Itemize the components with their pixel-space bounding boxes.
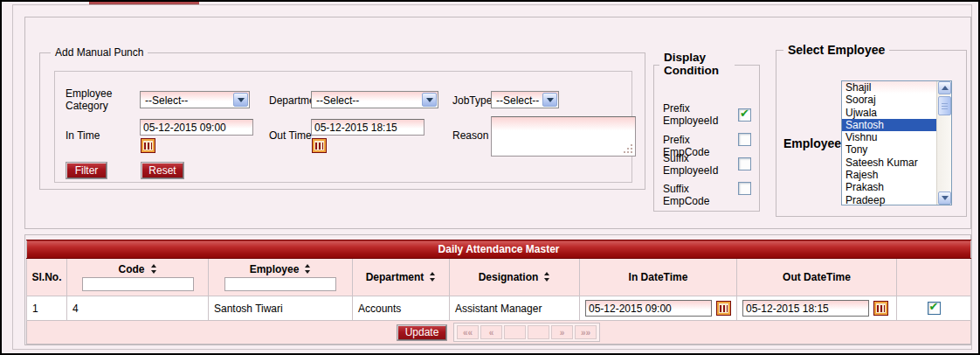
filter-button[interactable]: Filter	[66, 163, 107, 178]
pager-page-button[interactable]	[528, 325, 549, 339]
jobtype-label: JobType	[452, 94, 492, 107]
col-header-in-datetime: In DateTime	[580, 259, 737, 296]
list-item[interactable]: Sooraj	[842, 94, 936, 106]
department-value: --Select--	[316, 94, 359, 107]
list-item[interactable]: Shajil	[842, 81, 936, 94]
reset-button[interactable]: Reset	[141, 163, 183, 178]
cell-code: 4	[67, 296, 209, 321]
cell-select: ✔	[897, 296, 971, 321]
cell-in-datetime	[580, 296, 737, 321]
pager-last-button[interactable]: »»	[575, 325, 597, 339]
list-item-selected[interactable]: Santosh	[842, 119, 936, 131]
row-out-datetime-input[interactable]	[742, 300, 869, 317]
col-header-slno: Sl.No.	[27, 259, 67, 296]
jobtype-value: --Select--	[496, 94, 539, 107]
employee-label: Employee	[783, 136, 841, 150]
list-item[interactable]: Tony	[842, 143, 936, 156]
reason-textarea[interactable]	[491, 116, 636, 157]
grid-panel: Daily Attendance Master Sl.No. Code Empl…	[24, 234, 971, 345]
col-header-employee: Employee	[209, 259, 353, 296]
checkmark-icon: ✔	[929, 300, 939, 313]
scrollbar-thumb[interactable]	[938, 96, 951, 115]
sort-icon[interactable]	[305, 264, 311, 274]
sort-icon[interactable]	[430, 272, 436, 282]
out-time-input[interactable]	[311, 119, 424, 136]
chevron-down-icon[interactable]	[542, 93, 557, 107]
pager-prev-button[interactable]: «	[480, 325, 502, 339]
row-select-checkbox[interactable]: ✔	[928, 302, 941, 315]
employee-category-value: --Select--	[145, 94, 188, 107]
col-header-select	[897, 259, 971, 296]
list-item[interactable]: Vishnu	[842, 131, 936, 143]
list-item[interactable]: Rajesh	[842, 169, 936, 181]
scroll-up-icon[interactable]	[938, 81, 951, 94]
table-row: 1 4 Santosh Tiwari Accounts Assistant Ma…	[27, 296, 971, 321]
select-employee-fieldset: Select Employee Employee Shajil Sooraj U…	[776, 50, 967, 217]
pager-first-button[interactable]: ««	[457, 325, 479, 339]
calendar-icon[interactable]	[312, 138, 327, 153]
cell-out-datetime	[737, 296, 897, 321]
list-item[interactable]: Sateesh Kumar	[842, 157, 936, 169]
chevron-down-icon[interactable]	[422, 93, 437, 107]
update-button[interactable]: Update	[397, 325, 446, 340]
col-header-code: Code	[67, 259, 209, 296]
prefix-employeeid-checkbox[interactable]: ✔	[738, 108, 751, 122]
reason-label: Reason	[452, 129, 488, 142]
department-select[interactable]: --Select--	[311, 91, 438, 108]
scroll-down-icon[interactable]	[938, 191, 951, 205]
pager-next-button[interactable]: »	[551, 325, 573, 339]
employee-listbox[interactable]: Shajil Sooraj Ujwala Santosh Vishnu Tony…	[841, 80, 952, 205]
cell-slno: 1	[27, 296, 67, 321]
calendar-icon[interactable]	[716, 301, 731, 316]
suffix-empcode-checkbox[interactable]: ✔	[738, 182, 751, 195]
in-time-input[interactable]	[140, 119, 253, 136]
prefix-empcode-checkbox[interactable]: ✔	[738, 133, 751, 146]
resize-grip-icon[interactable]	[631, 151, 632, 153]
calendar-icon[interactable]	[141, 138, 155, 153]
sort-icon[interactable]	[151, 264, 157, 274]
listbox-scrollbar[interactable]	[936, 81, 951, 205]
suffix-empcode-label: Suffix EmpCode	[663, 183, 731, 207]
attendance-page: Add Manual Punch Employee Category --Sel…	[0, 0, 980, 355]
code-filter-input[interactable]	[82, 277, 194, 291]
employee-category-select[interactable]: --Select--	[140, 91, 250, 108]
employee-category-label: Employee Category	[66, 87, 140, 112]
pager: «« « » »»	[453, 323, 600, 342]
display-condition-fieldset: Display Condition Prefix EmployeeId ✔ Pr…	[653, 65, 760, 212]
jobtype-select[interactable]: --Select--	[491, 91, 559, 108]
employee-filter-input[interactable]	[224, 277, 336, 291]
prefix-employeeid-label: Prefix EmployeeId	[663, 102, 731, 127]
list-item[interactable]: Prakash	[842, 181, 936, 193]
out-time-label: Out Time	[269, 129, 312, 142]
col-header-out-datetime: Out DateTime	[737, 259, 897, 296]
calendar-icon[interactable]	[873, 301, 888, 316]
list-item[interactable]: Pradeep	[842, 194, 936, 206]
col-header-department[interactable]: Department	[353, 259, 450, 296]
table-title: Daily Attendance Master	[27, 240, 971, 259]
cell-department: Accounts	[353, 296, 450, 321]
add-manual-punch-legend: Add Manual Punch	[51, 46, 148, 59]
suffix-employeeid-label: Suffix EmployeeId	[663, 152, 731, 177]
filters-panel: Add Manual Punch Employee Category --Sel…	[24, 17, 971, 229]
col-header-designation[interactable]: Designation	[450, 259, 580, 296]
pager-page-button[interactable]	[504, 325, 526, 339]
list-item[interactable]: Ujwala	[842, 107, 936, 119]
daily-attendance-table: Daily Attendance Master Sl.No. Code Empl…	[26, 240, 971, 345]
cell-employee: Santosh Tiwari	[209, 296, 353, 321]
sort-icon[interactable]	[544, 272, 550, 282]
add-manual-punch-fieldset: Add Manual Punch Employee Category --Sel…	[39, 52, 645, 190]
suffix-employeeid-checkbox[interactable]: ✔	[738, 157, 751, 171]
display-condition-legend: Display Condition	[659, 51, 735, 77]
select-employee-legend: Select Employee	[783, 43, 889, 57]
punch-inner-box: Employee Category --Select-- Department …	[54, 71, 632, 183]
table-footer: Update «« « » »»	[27, 321, 971, 345]
chevron-down-icon[interactable]	[233, 93, 248, 107]
checkmark-icon: ✔	[740, 107, 749, 120]
in-time-label: In Time	[66, 129, 100, 142]
row-in-datetime-input[interactable]	[585, 300, 712, 317]
cell-designation: Assistant Manager	[450, 296, 580, 321]
